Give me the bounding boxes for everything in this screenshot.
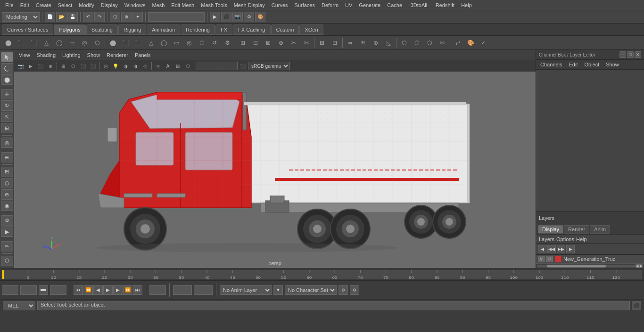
menu-mesh-display[interactable]: Mesh Display xyxy=(231,1,268,9)
render-settings-btn[interactable]: ⚙ xyxy=(1,215,13,226)
prev-frame-btn[interactable]: ◀ xyxy=(93,285,103,295)
cb-tab-object[interactable]: Object xyxy=(583,61,601,68)
menu-help[interactable]: Help xyxy=(458,1,475,9)
start-frame-input[interactable]: 1 xyxy=(2,285,18,295)
poly-torus-btn[interactable]: ◯ xyxy=(157,37,170,49)
menu-file[interactable]: File xyxy=(2,1,17,9)
vp-menu-lighting[interactable]: Lighting xyxy=(59,51,83,59)
vp-dof-btn[interactable]: ◎ xyxy=(140,61,150,71)
poly-disc-btn[interactable]: ◎ xyxy=(183,37,195,49)
vp-wireframe-btn[interactable]: ⬡ xyxy=(68,61,78,71)
menu-create[interactable]: Create xyxy=(33,1,55,9)
vp-lighting-btn[interactable]: 💡 xyxy=(111,61,120,71)
uv-layout-btn[interactable]: ⬡ xyxy=(423,37,436,49)
step-back-btn[interactable]: ⏪ xyxy=(83,285,93,295)
move-tool-btn[interactable]: ✛ xyxy=(1,89,13,99)
cube-icon-btn[interactable]: ⬛ xyxy=(15,37,27,49)
menu-generate[interactable]: Generate xyxy=(355,1,384,9)
new-file-btn[interactable]: 📄 xyxy=(45,12,55,22)
cleanup-btn[interactable]: ✓ xyxy=(477,37,489,49)
poly-pipe-btn[interactable]: ⬡ xyxy=(196,37,208,49)
anim-layer-dropdown[interactable]: No Anim Layer xyxy=(220,285,272,295)
bevel-btn[interactable]: ⊟ xyxy=(249,37,262,49)
layers-prev-btn[interactable]: ◀ xyxy=(538,245,546,253)
merge-btn[interactable]: ⊕ xyxy=(275,37,287,49)
snap2-btn[interactable]: ✦ xyxy=(132,12,143,22)
timeline-ruler[interactable]: 0 5 10 15 20 25 30 35 40 45 50 xyxy=(2,270,642,279)
reduce-btn[interactable]: ◺ xyxy=(382,37,395,49)
sphere-icon-btn[interactable]: ⬤ xyxy=(2,37,14,49)
step-fwd-btn[interactable]: ⏩ xyxy=(123,285,132,295)
bridge-btn[interactable]: ⊠ xyxy=(262,37,274,49)
layers-tab-display[interactable]: Display xyxy=(538,225,563,234)
render-btn[interactable]: ▶ xyxy=(210,12,220,22)
cb-tab-channels[interactable]: Channels xyxy=(539,61,563,68)
menu-redshift[interactable]: Redshift xyxy=(432,1,458,9)
anim-layer-icon[interactable]: ▼ xyxy=(273,285,283,295)
vp-shadow-btn[interactable]: ◑ xyxy=(121,61,130,71)
color-btn[interactable]: 🎨 xyxy=(255,12,265,22)
multi-cut-btn[interactable]: ✄ xyxy=(300,37,313,49)
snap-btn[interactable]: ⊕ xyxy=(121,12,132,22)
tab-rendering[interactable]: Rendering xyxy=(181,24,215,35)
mirror-btn[interactable]: ⇔ xyxy=(344,37,356,49)
tab-sculpting[interactable]: Sculpting xyxy=(86,24,118,35)
tab-polygons[interactable]: Polygons xyxy=(54,24,85,35)
disc-icon-btn[interactable]: ◎ xyxy=(78,37,91,49)
vp-cam-btn[interactable]: 📷 xyxy=(16,61,25,71)
scale-tool-btn[interactable]: ⇱ xyxy=(1,112,13,122)
select-btn[interactable]: ⬡ xyxy=(110,12,120,22)
vp-menu-panels[interactable]: Panels xyxy=(132,51,154,59)
poly-helix-btn[interactable]: ↺ xyxy=(208,37,221,49)
snap-surface-btn[interactable]: ◉ xyxy=(1,201,13,211)
poly-cone-btn[interactable]: △ xyxy=(145,37,157,49)
plane-icon-btn[interactable]: ▭ xyxy=(66,37,78,49)
select-tool-btn[interactable] xyxy=(1,52,13,62)
snap-point-btn[interactable]: ⊕ xyxy=(1,189,13,200)
cylinder-icon-btn[interactable]: ⬛ xyxy=(27,37,40,49)
menu-cache[interactable]: Cache xyxy=(384,1,405,9)
boolean-btn[interactable]: ⊕ xyxy=(370,37,382,49)
vp-aa-btn[interactable]: A xyxy=(163,61,173,71)
paint-effects-btn[interactable]: ✏ xyxy=(1,241,13,251)
layers-prev2-btn[interactable]: ◀◀ xyxy=(547,245,556,253)
vp-value2-input[interactable]: 1.00 xyxy=(217,62,238,70)
ipr-render-btn[interactable]: ▶ xyxy=(1,227,13,237)
show-manip-btn[interactable]: ⊕ xyxy=(1,152,13,162)
menu-modify[interactable]: Modify xyxy=(75,1,97,9)
vp-gamma-dropdown[interactable]: sRGB gamma xyxy=(248,62,290,70)
vp-ao-btn[interactable]: ◑ xyxy=(131,61,140,71)
lang-selector[interactable]: MEL Python xyxy=(3,301,35,310)
char-set-btn2[interactable]: ⚙ xyxy=(350,285,359,295)
layers-menu-layers[interactable]: Layers xyxy=(539,236,554,242)
color-set-btn[interactable]: 🎨 xyxy=(464,37,477,49)
open-file-btn[interactable]: 📂 xyxy=(56,12,66,22)
tab-curves-surfaces[interactable]: Curves / Surfaces xyxy=(2,24,53,35)
right-panel-scrollbar[interactable]: ◀ ▶ xyxy=(536,263,644,268)
menu-edit-mesh[interactable]: Edit Mesh xyxy=(168,1,198,9)
vp-stop-btn[interactable]: ⬛ xyxy=(36,61,45,71)
layer-visible-btn[interactable]: V xyxy=(538,256,545,262)
menu-windows[interactable]: Windows xyxy=(121,1,149,9)
rotate-tool-btn[interactable]: ↻ xyxy=(1,100,13,111)
go-end-btn[interactable]: ⏭ xyxy=(133,285,142,295)
char-set-icon[interactable]: ⚙ xyxy=(339,285,348,295)
vp-shaded-btn[interactable]: ⬛ xyxy=(78,61,88,71)
transform-tool-btn[interactable]: ⊞ xyxy=(1,123,13,133)
layers-menu-options[interactable]: Options xyxy=(556,236,574,242)
tab-fx-caching[interactable]: FX Caching xyxy=(233,24,270,35)
rp-minimize-btn[interactable]: ─ xyxy=(619,51,626,58)
menu-curves[interactable]: Curves xyxy=(268,1,291,9)
combine-btn[interactable]: ⊞ xyxy=(316,37,328,49)
vp-anchor-btn[interactable]: ⊕ xyxy=(46,61,55,71)
tab-xgen[interactable]: XGen xyxy=(299,24,323,35)
uv-unfold-btn[interactable]: ⬡ xyxy=(411,37,423,49)
layers-menu-help[interactable]: Help xyxy=(576,236,587,242)
vp-motion-blur-btn[interactable]: ≋ xyxy=(153,61,163,71)
frame-range-btn[interactable] xyxy=(39,285,48,295)
uv-editor-btn[interactable]: ⬡ xyxy=(398,37,410,49)
layer-p-btn[interactable]: P xyxy=(546,256,553,262)
current-frame-input[interactable]: 1 xyxy=(20,285,37,295)
anim-end-input[interactable]: 120 xyxy=(173,285,192,295)
tab-rigging[interactable]: Rigging xyxy=(118,24,146,35)
